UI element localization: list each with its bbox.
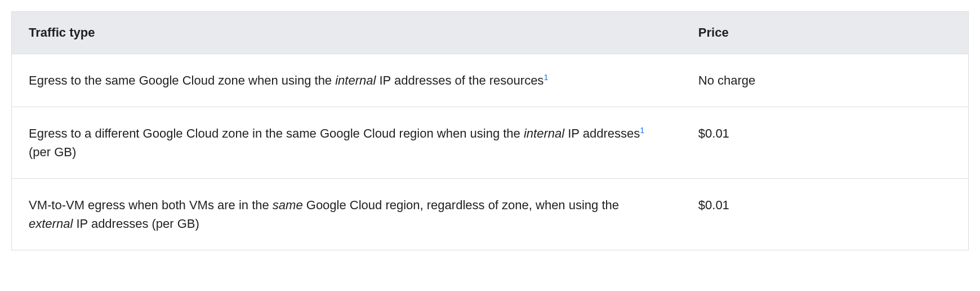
italic-text: external	[29, 217, 73, 231]
price-cell: No charge	[681, 54, 969, 107]
header-price: Price	[681, 12, 969, 54]
traffic-type-cell: Egress to a different Google Cloud zone …	[12, 107, 681, 179]
italic-text: internal	[335, 73, 376, 87]
italic-text: internal	[524, 126, 564, 140]
price-cell: $0.01	[681, 107, 969, 179]
header-traffic-type: Traffic type	[12, 12, 681, 54]
footnote-link[interactable]: 1	[544, 73, 548, 82]
table-row: Egress to the same Google Cloud zone whe…	[12, 54, 969, 107]
price-cell: $0.01	[681, 179, 969, 250]
italic-text: same	[273, 198, 303, 212]
table-row: VM-to-VM egress when both VMs are in the…	[12, 179, 969, 250]
traffic-type-cell: VM-to-VM egress when both VMs are in the…	[12, 179, 681, 250]
footnote-link[interactable]: 1	[640, 126, 644, 135]
pricing-table: Traffic type Price Egress to the same Go…	[11, 11, 969, 250]
table-row: Egress to a different Google Cloud zone …	[12, 107, 969, 179]
traffic-type-cell: Egress to the same Google Cloud zone whe…	[12, 54, 681, 107]
